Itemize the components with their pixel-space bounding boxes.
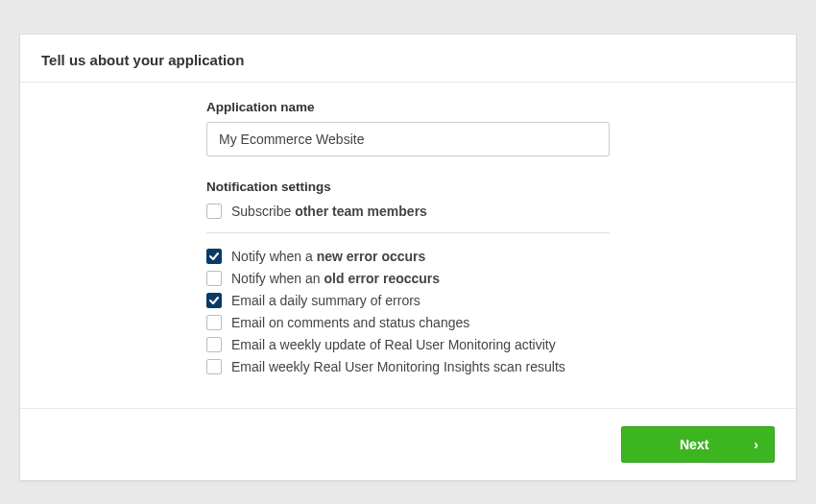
application-setup-card: Tell us about your application Applicati… bbox=[19, 34, 797, 481]
notification-option-checkbox[interactable] bbox=[206, 359, 222, 374]
notification-option-row[interactable]: Notify when an old error reoccurs bbox=[206, 271, 775, 286]
card-body: Application name Notification settings S… bbox=[20, 83, 796, 408]
subscribe-row[interactable]: Subscribe other team members bbox=[206, 204, 775, 219]
notification-option-label: Notify when a new error occurs bbox=[231, 249, 425, 264]
subscribe-checkbox[interactable] bbox=[206, 204, 222, 219]
app-name-input[interactable] bbox=[206, 122, 610, 156]
notification-option-row[interactable]: Email a daily summary of errors bbox=[206, 293, 775, 308]
card-title: Tell us about your application bbox=[41, 52, 775, 68]
notification-options: Notify when a new error occursNotify whe… bbox=[206, 249, 775, 374]
notification-option-checkbox[interactable] bbox=[206, 315, 222, 330]
notification-option-row[interactable]: Email weekly Real User Monitoring Insigh… bbox=[206, 359, 775, 374]
notification-option-label: Notify when an old error reoccurs bbox=[231, 271, 440, 286]
notification-option-checkbox[interactable] bbox=[206, 337, 222, 352]
notification-heading: Notification settings bbox=[206, 180, 775, 194]
separator bbox=[206, 232, 610, 233]
next-button-label: Next bbox=[680, 437, 708, 452]
chevron-right-icon: › bbox=[754, 437, 758, 452]
notification-option-row[interactable]: Email a weekly update of Real User Monit… bbox=[206, 337, 775, 352]
notification-option-label: Email a daily summary of errors bbox=[231, 293, 420, 308]
notification-option-checkbox[interactable] bbox=[206, 249, 222, 264]
subscribe-label: Subscribe other team members bbox=[231, 204, 427, 219]
notification-option-label: Email a weekly update of Real User Monit… bbox=[231, 337, 556, 352]
app-name-label: Application name bbox=[206, 100, 775, 114]
notification-option-checkbox[interactable] bbox=[206, 293, 222, 308]
notification-option-label: Email weekly Real User Monitoring Insigh… bbox=[231, 359, 565, 374]
next-button[interactable]: Next › bbox=[621, 426, 775, 463]
card-footer: Next › bbox=[20, 408, 796, 480]
notification-option-checkbox[interactable] bbox=[206, 271, 222, 286]
notification-option-row[interactable]: Email on comments and status changes bbox=[206, 315, 775, 330]
card-header: Tell us about your application bbox=[20, 35, 796, 83]
notification-option-row[interactable]: Notify when a new error occurs bbox=[206, 249, 775, 264]
notification-option-label: Email on comments and status changes bbox=[231, 315, 469, 330]
